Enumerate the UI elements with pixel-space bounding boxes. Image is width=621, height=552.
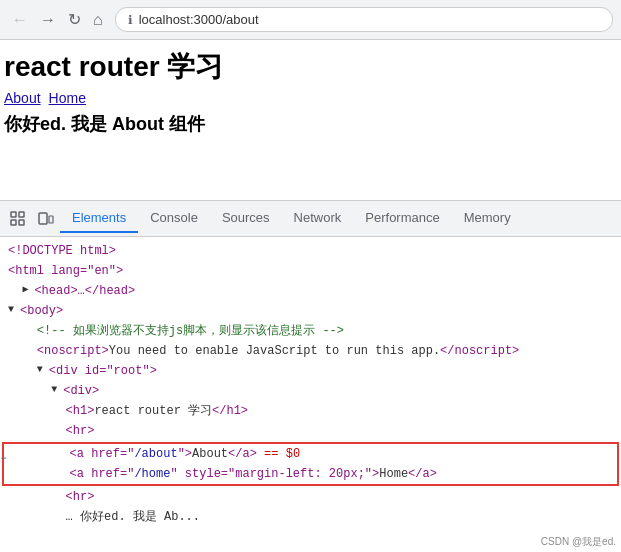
code-tag: <!DOCTYPE html> [8,242,116,260]
code-text: You need to enable JavaScript to run thi… [109,342,440,360]
code-text: … 你好ed. 我是 Ab... [66,508,200,526]
home-button[interactable]: ⌂ [89,9,107,31]
page-subtitle: 你好ed. 我是 About 组件 [4,112,609,136]
code-line: <!DOCTYPE html> [0,241,621,261]
code-tag: <body> [20,302,63,320]
code-tag: <noscript> [37,342,109,360]
address-bar[interactable]: ℹ localhost:3000/about [115,7,613,32]
tab-elements[interactable]: Elements [60,204,138,233]
highlighted-code-line-2: <a href="/home" style="margin-left: 20px… [4,464,617,484]
tab-console[interactable]: Console [138,204,210,233]
code-line: … 你好ed. 我是 Ab... [0,507,621,527]
lock-icon: ℹ [128,13,133,27]
code-special: == $0 [257,445,300,463]
code-tag: <hr> [66,422,95,440]
tab-memory[interactable]: Memory [452,204,523,233]
code-line: <hr> [0,421,621,441]
url-display: localhost:3000/about [139,12,259,27]
inspect-element-button[interactable] [4,207,32,231]
svg-rect-1 [11,220,16,225]
code-tag: <h1> [66,402,95,420]
code-tag: <div> [63,382,99,400]
svg-rect-0 [11,212,16,217]
code-text: About [192,445,228,463]
svg-rect-2 [19,212,24,217]
expand-arrow[interactable]: ▼ [37,362,47,377]
tab-performance[interactable]: Performance [353,204,451,233]
home-nav-link[interactable]: Home [49,90,86,106]
svg-rect-3 [19,220,24,225]
watermark: CSDN @我是ed. [538,534,619,550]
page-content: react router 学习 About Home 你好ed. 我是 Abou… [0,40,621,200]
devtools-panel: Elements Console Sources Network Perform… [0,200,621,552]
devtools-tabs: Elements Console Sources Network Perform… [60,204,617,233]
expand-arrow[interactable]: ▼ [51,382,61,397]
code-tag: </a> [408,465,437,483]
back-button[interactable]: ← [8,9,32,31]
code-line: <!-- 如果浏览器不支持js脚本，则显示该信息提示 --> [0,321,621,341]
code-tag: <hr> [66,488,95,506]
expand-arrow[interactable]: ▶ [22,282,32,297]
code-line: <h1>react router 学习</h1> [0,401,621,421]
code-line: ▶ <head>…</head> [0,281,621,301]
code-comment: <!-- 如果浏览器不支持js脚本，则显示该信息提示 --> [37,322,344,340]
line-dots: … [0,445,6,466]
code-tag: <head>…</head> [34,282,135,300]
code-line: ▼ <div> [0,381,621,401]
code-text: Home [379,465,408,483]
code-text: react router 学习 [94,402,212,420]
code-tag: <div id="root"> [49,362,157,380]
code-line: <hr> [0,487,621,507]
devtools-toolbar: Elements Console Sources Network Perform… [0,201,621,237]
browser-window: ← → ↻ ⌂ ℹ localhost:3000/about react rou… [0,0,621,552]
code-line: <html lang="en"> [0,261,621,281]
page-nav: About Home [4,90,609,106]
code-tag: </noscript> [440,342,519,360]
svg-rect-5 [49,216,53,223]
code-panel: <!DOCTYPE html> <html lang="en"> ▶ <head… [0,237,621,552]
code-line: ▼ <div id="root"> [0,361,621,381]
nav-buttons: ← → ↻ ⌂ [8,8,107,31]
tab-network[interactable]: Network [282,204,354,233]
code-tag: <a href="/about"> [70,445,192,463]
code-tag: </h1> [212,402,248,420]
code-line: ▼ <body> [0,301,621,321]
code-line: <noscript>You need to enable JavaScript … [0,341,621,361]
code-tag: </a> [228,445,257,463]
highlighted-code-line-1: … <a href="/about">About</a> == $0 [4,444,617,464]
code-tag: <html lang="en"> [8,262,123,280]
tab-sources[interactable]: Sources [210,204,282,233]
about-nav-link[interactable]: About [4,90,41,106]
page-title: react router 学习 [4,48,609,86]
browser-toolbar: ← → ↻ ⌂ ℹ localhost:3000/about [0,0,621,40]
svg-rect-4 [39,213,47,224]
device-toggle-button[interactable] [32,207,60,231]
expand-arrow[interactable]: ▼ [8,302,18,317]
refresh-button[interactable]: ↻ [64,8,85,31]
forward-button[interactable]: → [36,9,60,31]
code-tag: <a href="/home" style="margin-left: 20px… [70,465,380,483]
